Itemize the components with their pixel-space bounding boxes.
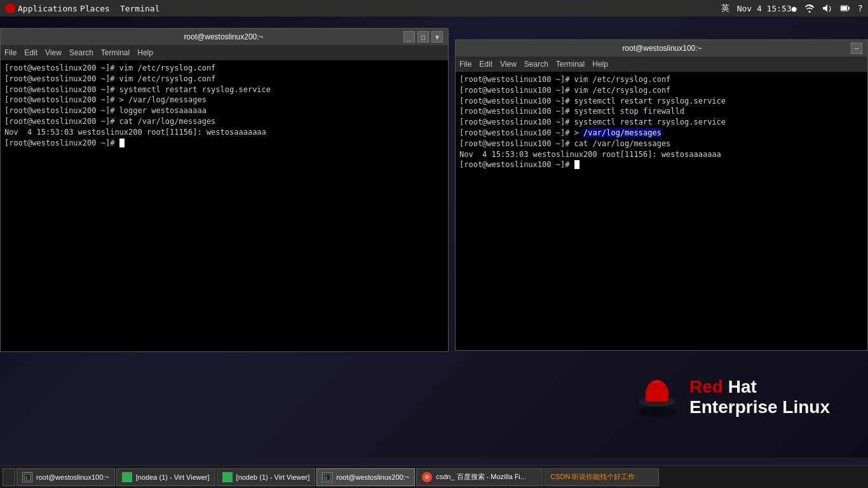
menu-edit-100[interactable]: Edit <box>479 60 492 69</box>
terminal-menubar-200: File Edit View Search Terminal Help <box>1 45 448 60</box>
wifi-icon <box>804 3 815 13</box>
redhat-icon <box>5 3 15 13</box>
dropdown-button[interactable]: ▼ <box>431 31 443 43</box>
menu-help-200[interactable]: Help <box>137 48 153 57</box>
menu-edit-200[interactable]: Edit <box>24 48 37 57</box>
close-button-100[interactable]: ─ <box>851 43 862 54</box>
terminal-window-controls-100: ─ <box>851 43 862 54</box>
svg-text:$: $ <box>325 475 327 480</box>
svg-point-13 <box>426 476 428 478</box>
taskbar-item-csdn[interactable]: CSDN 听说你能找个好工作 <box>545 468 659 486</box>
cursor-100 <box>574 160 580 169</box>
sound-icon <box>822 3 832 13</box>
redhat-logo: Red Hat Enterprise Linux <box>635 375 830 419</box>
taskbar-label-term100: root@westoslinux100:~ <box>36 473 109 481</box>
menu-file-200[interactable]: File <box>4 48 17 57</box>
taskbar-label-browser: csdn_ 百度搜索 - Mozilla Fi... <box>436 472 526 482</box>
redhat-name-line2: Enterprise Linux <box>689 397 830 417</box>
taskbar-terminal-icon-200: $ <box>322 472 332 482</box>
terminal-title-100: root@westoslinux100:~ <box>473 44 851 53</box>
highlighted-path: /var/log/messages <box>583 128 661 137</box>
svg-rect-2 <box>841 6 847 10</box>
svg-point-3 <box>638 407 676 417</box>
taskbar-item-term200[interactable]: $ root@westoslinux200:~ <box>316 468 415 486</box>
taskbar-label-csdn: CSDN 听说你能找个好工作 <box>550 472 635 482</box>
menu-view-100[interactable]: View <box>500 60 517 69</box>
taskbar-browser-icon <box>422 472 432 482</box>
show-desktop-button[interactable] <box>3 468 15 486</box>
menu-help-100[interactable]: Help <box>592 60 608 69</box>
terminal-content-100[interactable]: [root@westoslinux100 ~]# vim /etc/rsyslo… <box>456 72 867 350</box>
applications-menu[interactable]: Applications <box>5 3 78 13</box>
svg-text:$: $ <box>25 475 27 480</box>
maximize-button[interactable]: □ <box>417 31 429 43</box>
taskbar-terminal-icon-100: $ <box>22 472 32 482</box>
taskbar-item-virt2[interactable]: [nodeb (1) - Virt Viewer] <box>217 468 316 486</box>
redhat-logo-icon <box>635 375 679 419</box>
language-indicator[interactable]: 英 <box>721 3 729 14</box>
menu-search-200[interactable]: Search <box>69 48 93 57</box>
top-bar-right: 英 Nov 4 15:53● ? <box>721 3 863 14</box>
help-icon[interactable]: ? <box>858 3 863 13</box>
taskbar-item-browser[interactable]: csdn_ 百度搜索 - Mozilla Fi... <box>416 468 543 486</box>
top-nav: Places Terminal <box>80 4 160 13</box>
red-text: Red <box>689 377 723 396</box>
terminal-window-100: root@westoslinux100:~ ─ File Edit View S… <box>455 39 868 351</box>
terminal-titlebar-100: root@westoslinux100:~ ─ <box>456 40 867 57</box>
taskbar: $ root@westoslinux100:~ [nodea (1) - Vir… <box>0 465 868 488</box>
desktop: root@westoslinux200:~ _ □ ▼ File Edit Vi… <box>0 17 868 458</box>
taskbar-label-virt1: [nodea (1) - Virt Viewer] <box>136 473 210 481</box>
menu-terminal-200[interactable]: Terminal <box>101 48 130 57</box>
redhat-name-line1: Red Hat <box>689 377 830 397</box>
terminal-output-200: [root@westoslinux200 ~]# vim /etc/rsyslo… <box>4 63 444 148</box>
svg-rect-1 <box>848 7 850 10</box>
menu-view-200[interactable]: View <box>45 48 62 57</box>
taskbar-virt-icon-1 <box>122 472 132 482</box>
terminal-menu[interactable]: Terminal <box>120 4 160 13</box>
top-bar: Applications Places Terminal 英 Nov 4 15:… <box>0 0 868 17</box>
minimize-button[interactable]: _ <box>403 31 415 43</box>
taskbar-item-term100[interactable]: $ root@westoslinux100:~ <box>17 468 115 486</box>
menu-search-100[interactable]: Search <box>524 60 548 69</box>
redhat-logo-text: Red Hat Enterprise Linux <box>689 377 830 417</box>
datetime-display: Nov 4 15:53● <box>737 4 797 13</box>
svg-rect-8 <box>224 475 231 480</box>
terminal-menubar-100: File Edit View Search Terminal Help <box>456 57 867 72</box>
menu-terminal-100[interactable]: Terminal <box>556 60 585 69</box>
places-menu[interactable]: Places <box>80 4 110 13</box>
terminal-title-200: root@westoslinux200:~ <box>44 32 403 41</box>
applications-label[interactable]: Applications <box>18 4 78 13</box>
cursor-200 <box>119 139 125 147</box>
terminal-window-controls: _ □ ▼ <box>403 31 443 43</box>
battery-icon <box>840 3 850 13</box>
taskbar-label-term200: root@westoslinux200:~ <box>336 473 409 481</box>
taskbar-item-virt1[interactable]: [nodea (1) - Virt Viewer] <box>116 468 215 486</box>
top-bar-left: Applications Places Terminal <box>5 3 160 13</box>
menu-file-100[interactable]: File <box>459 60 471 69</box>
svg-rect-7 <box>124 475 130 480</box>
terminal-content-200[interactable]: [root@westoslinux200 ~]# vim /etc/rsyslo… <box>1 60 448 351</box>
taskbar-label-virt2: [nodeb (1) - Virt Viewer] <box>236 473 310 481</box>
taskbar-virt-icon-2 <box>222 472 233 482</box>
terminal-titlebar-200: root@westoslinux200:~ _ □ ▼ <box>1 29 448 45</box>
terminal-window-200: root@westoslinux200:~ _ □ ▼ File Edit Vi… <box>0 28 449 352</box>
terminal-output-100: [root@westoslinux100 ~]# vim /etc/rsyslo… <box>459 74 864 170</box>
